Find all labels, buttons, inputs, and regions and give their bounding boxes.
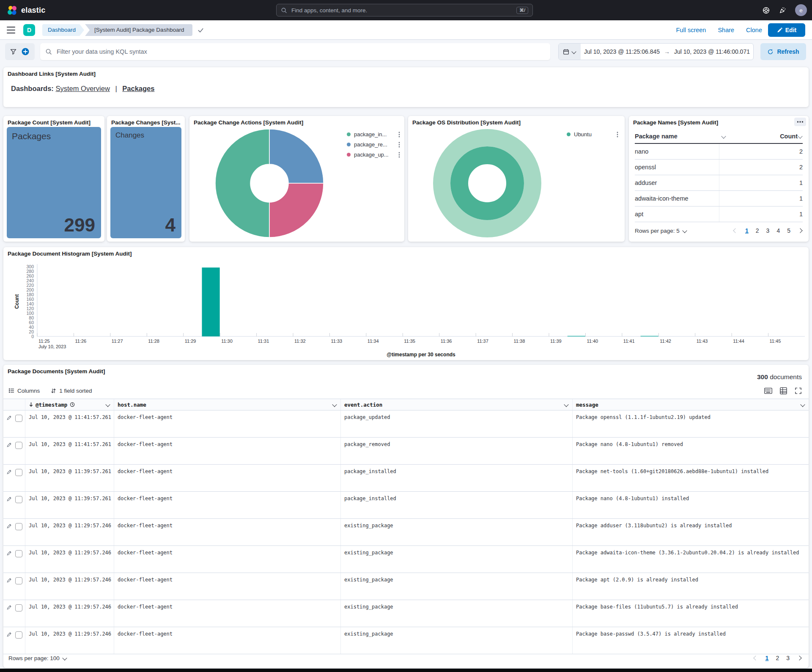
column-count[interactable]: Count — [780, 133, 798, 140]
filter-funnel-icon[interactable] — [10, 49, 16, 55]
row-controls — [3, 573, 25, 600]
edit-document-icon[interactable] — [7, 469, 12, 474]
edit-document-icon[interactable] — [7, 496, 12, 501]
column-header-message[interactable]: message — [573, 399, 809, 410]
edit-document-icon[interactable] — [7, 523, 12, 529]
document-histogram-chart[interactable]: 0204060801001201401601802002202402602803… — [3, 258, 809, 359]
change-actions-donut-chart[interactable] — [212, 126, 326, 240]
pagination-prev-icon[interactable] — [753, 656, 758, 660]
table-row[interactable]: nano2 — [635, 144, 803, 160]
legend-options-icon[interactable] — [398, 142, 400, 148]
table-row[interactable]: adduser1 — [635, 175, 803, 191]
pagination-page-4[interactable]: 4 — [776, 227, 780, 234]
global-search[interactable]: ⌘/ — [276, 4, 533, 17]
date-to[interactable]: Jul 10, 2023 @ 11:46:00.071 — [674, 48, 750, 55]
elastic-logo[interactable]: elastic — [7, 0, 45, 20]
histogram-bar[interactable] — [641, 336, 658, 336]
select-row-checkbox[interactable] — [15, 631, 22, 639]
os-ring-inner[interactable] — [459, 155, 515, 211]
edit-document-icon[interactable] — [7, 605, 12, 610]
donut-slice-package_re-[interactable] — [269, 129, 324, 183]
menu-hamburger-icon[interactable] — [7, 27, 15, 33]
date-from[interactable]: Jul 10, 2023 @ 11:25:06.845 — [584, 48, 660, 55]
svg-text:11:33: 11:33 — [331, 339, 342, 344]
legend-options-icon[interactable] — [617, 132, 618, 138]
select-row-checkbox[interactable] — [15, 523, 22, 530]
share-button[interactable]: Share — [718, 27, 734, 33]
pagination-next-icon[interactable] — [797, 656, 802, 660]
rows-per-page-select[interactable]: Rows per page: 100 — [8, 655, 67, 661]
link-system-overview[interactable]: System Overview — [55, 85, 110, 92]
global-search-input[interactable] — [291, 7, 513, 14]
table-density-icon[interactable] — [780, 387, 787, 394]
pagination-prev-icon[interactable] — [733, 229, 738, 232]
kql-query-input[interactable] — [56, 48, 545, 55]
pagination-next-icon[interactable] — [798, 229, 803, 232]
panel-options-icon[interactable] — [794, 118, 806, 126]
column-header-timestamp[interactable]: @timestamp — [25, 399, 114, 410]
pagination-page-1[interactable]: 1 — [745, 227, 749, 234]
edit-document-icon[interactable] — [7, 632, 12, 637]
select-row-checkbox[interactable] — [15, 550, 22, 557]
keyboard-icon[interactable] — [764, 388, 772, 394]
chevron-down-icon — [62, 655, 67, 660]
edit-document-icon[interactable] — [7, 578, 12, 583]
edit-document-icon[interactable] — [7, 442, 12, 447]
pagination-page-2[interactable]: 2 — [756, 227, 759, 234]
legend-dot — [347, 132, 351, 136]
legend-options-icon[interactable] — [398, 152, 400, 158]
chevron-down-icon[interactable] — [721, 134, 726, 138]
sort-fields-button[interactable]: 1 field sorted — [51, 388, 92, 394]
edit-button[interactable]: Edit — [768, 23, 805, 37]
chevron-down-icon[interactable] — [800, 402, 805, 407]
pagination-page-5[interactable]: 5 — [787, 227, 790, 234]
legend-label[interactable]: Ubuntu — [574, 131, 592, 138]
date-picker-toggle[interactable] — [559, 44, 581, 60]
whats-new-icon[interactable] — [779, 6, 787, 14]
chevron-down-icon[interactable] — [105, 402, 110, 407]
select-row-checkbox[interactable] — [15, 415, 22, 422]
chevron-down-icon[interactable] — [798, 134, 802, 138]
timestamp-cell: Jul 10, 2023 @ 11:29:57.246 — [25, 573, 114, 600]
select-row-checkbox[interactable] — [15, 577, 22, 584]
user-avatar[interactable]: e — [795, 4, 807, 16]
pagination-page-2[interactable]: 2 — [776, 655, 779, 661]
select-row-checkbox[interactable] — [15, 469, 22, 476]
legend-options-icon[interactable] — [398, 132, 400, 138]
select-row-checkbox[interactable] — [15, 442, 22, 449]
chevron-down-icon[interactable] — [332, 402, 337, 407]
column-header-host-name[interactable]: host.name — [114, 399, 341, 410]
dashboard-app-badge[interactable]: D — [23, 24, 35, 36]
select-row-checkbox[interactable] — [15, 496, 22, 503]
breadcrumb-dashboard[interactable]: Dashboard — [42, 24, 84, 36]
refresh-button[interactable]: Refresh — [760, 43, 806, 60]
donut-slice-package_up-[interactable] — [269, 183, 324, 237]
select-row-checkbox[interactable] — [15, 604, 22, 611]
help-icon[interactable] — [762, 6, 770, 14]
add-filter-icon[interactable] — [21, 47, 30, 56]
table-row[interactable]: adwaita-icon-theme1 — [635, 191, 803, 207]
table-row[interactable]: openssl2 — [635, 160, 803, 175]
pagination-page-3[interactable]: 3 — [786, 655, 790, 661]
legend-label[interactable]: package_up... — [354, 151, 389, 158]
link-packages[interactable]: Packages — [122, 85, 154, 92]
table-row[interactable]: apt1 — [635, 207, 803, 222]
fullscreen-icon[interactable] — [795, 387, 802, 394]
column-header-event-action[interactable]: event.action — [341, 399, 573, 410]
rows-per-page-select[interactable]: Rows per page: 5 — [635, 228, 687, 234]
pagination-page-3[interactable]: 3 — [766, 227, 770, 234]
os-distribution-donut-chart[interactable] — [430, 126, 544, 240]
column-package-name[interactable]: Package name — [635, 133, 678, 140]
columns-button[interactable]: Columns — [8, 388, 40, 394]
full-screen-button[interactable]: Full screen — [676, 27, 706, 33]
legend-label[interactable]: package_in... — [354, 131, 387, 138]
clone-button[interactable]: Clone — [746, 27, 762, 33]
edit-document-icon[interactable] — [7, 415, 12, 420]
histogram-bar[interactable] — [568, 336, 585, 336]
chevron-down-icon[interactable] — [564, 402, 568, 407]
pagination-page-1[interactable]: 1 — [765, 655, 769, 661]
donut-slice-package_in-[interactable] — [215, 129, 269, 237]
edit-document-icon[interactable] — [7, 551, 12, 556]
histogram-bar[interactable] — [202, 267, 219, 336]
legend-label[interactable]: package_re... — [354, 141, 387, 148]
